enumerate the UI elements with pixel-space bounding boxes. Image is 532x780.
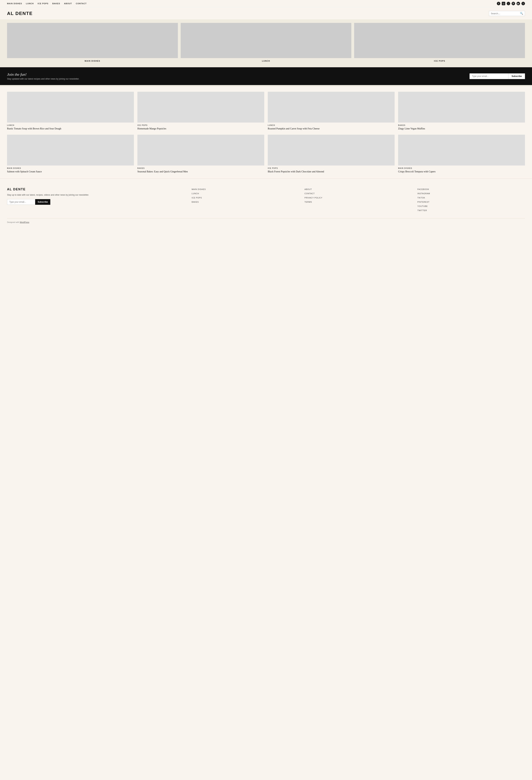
post-card-gingerbread[interactable]: BAKES Seasonal Bakes: Easy and Quick Gin… [138, 135, 264, 174]
hero-card-main-dishes[interactable]: MAIN DISHES [7, 23, 178, 62]
post-image-muffins [398, 92, 525, 123]
post-title-gingerbread: Seasonal Bakes: Easy and Quick Gingerbre… [138, 170, 264, 174]
search-box: 🔍 [489, 11, 525, 16]
post-card-pumpkin-soup[interactable]: LUNCH Roasted Pumpkin and Carrot Soup wi… [268, 92, 394, 131]
newsletter-form: Subscribe [470, 74, 525, 79]
post-card-salmon[interactable]: MAIN DISHES Salmon with Spinach Cream Sa… [7, 135, 134, 174]
site-title: AL DENTE [7, 11, 33, 16]
footer-link-bakes[interactable]: BAKES [192, 201, 199, 203]
footer-link-terms[interactable]: TERMS [305, 201, 312, 203]
posts-section: LUNCH Rustic Tomato Soup with Brown Rice… [0, 87, 532, 179]
post-image-mango-popsicles [138, 92, 264, 123]
post-card-broccoli[interactable]: MAIN DISHES Crispy Broccoli Tempura with… [398, 135, 525, 174]
footer-site-title: AL DENTE [7, 188, 186, 191]
footer-inner: AL DENTE Stay up to date with our latest… [7, 188, 525, 213]
twitter-icon[interactable]: t [522, 2, 525, 5]
post-category-5: BAKES [138, 167, 264, 169]
post-category-0: LUNCH [7, 124, 134, 126]
post-card-muffins[interactable]: BAKES Zingy Lime Vegan Muffins [398, 92, 525, 131]
facebook-icon[interactable]: f [497, 2, 500, 5]
footer-link-privacy[interactable]: PRIVACY POLICY [305, 197, 322, 199]
newsletter-subscribe-button[interactable]: Subscribe [508, 74, 525, 79]
post-image-pumpkin-soup [268, 92, 394, 123]
post-image-black-forest [268, 135, 394, 165]
post-card-black-forest[interactable]: ICE POPS Black Forest Popsicles with Dar… [268, 135, 394, 174]
footer-links-col3: FACEBOOK INSTAGRAM TIKTOK PINTEREST YOUT… [417, 188, 525, 212]
hero-section: MAIN DISHES LUNCH ICE POPS [0, 19, 532, 67]
posts-grid-row1: LUNCH Rustic Tomato Soup with Brown Rice… [7, 92, 525, 131]
footer-link-instagram[interactable]: INSTAGRAM [417, 192, 430, 195]
newsletter-subtext: Stay updated with our latest recipes and… [7, 78, 79, 80]
nav-about[interactable]: ABOUT [64, 2, 72, 5]
nav-ice-pops[interactable]: ICE POPS [38, 2, 49, 5]
hero-image-main-dishes [7, 23, 178, 58]
hero-card-ice-pops[interactable]: ICE POPS [354, 23, 525, 62]
youtube-icon[interactable]: ▶ [517, 2, 520, 5]
footer-bottom: Designed with WordPress [7, 218, 525, 223]
footer-link-facebook[interactable]: FACEBOOK [417, 188, 429, 190]
hero-label-lunch: LUNCH [181, 60, 352, 62]
post-image-gingerbread [138, 135, 264, 165]
post-title-rustic-tomato: Rustic Tomato Soup with Brown Rice and S… [7, 127, 134, 131]
search-input[interactable] [491, 12, 519, 15]
post-category-4: MAIN DISHES [7, 167, 134, 169]
nav-main-dishes[interactable]: MAIN DISHES [7, 2, 22, 5]
footer-link-lunch[interactable]: LUNCH [192, 192, 199, 195]
search-icon: 🔍 [520, 12, 523, 15]
post-card-rustic-tomato[interactable]: LUNCH Rustic Tomato Soup with Brown Rice… [7, 92, 134, 131]
footer-link-twitter[interactable]: TWITTER [417, 209, 427, 211]
footer-link-about[interactable]: ABOUT [305, 188, 312, 190]
footer-email-input[interactable] [7, 199, 35, 205]
newsletter-heading: Join the fun! [7, 72, 79, 77]
post-title-muffins: Zingy Lime Vegan Muffins [398, 127, 525, 131]
footer-link-tiktok[interactable]: TIKTOK [417, 197, 425, 199]
pinterest-icon[interactable]: P [512, 2, 515, 5]
post-image-rustic-tomato [7, 92, 134, 123]
post-category-6: ICE POPS [268, 167, 394, 169]
footer-link-contact[interactable]: CONTACT [305, 192, 315, 195]
footer-wordpress-link[interactable]: WordPress [20, 221, 29, 223]
section-divider [0, 85, 532, 87]
post-title-mango-popsicles: Homemade Mango Popsicles [138, 127, 264, 131]
post-image-broccoli [398, 135, 525, 165]
newsletter-text: Join the fun! Stay updated with our late… [7, 72, 79, 80]
footer-email-form: Subscribe [7, 199, 186, 205]
footer-col-3: FACEBOOK INSTAGRAM TIKTOK PINTEREST YOUT… [417, 188, 525, 213]
nav-contact[interactable]: CONTACT [76, 2, 87, 5]
instagram-icon[interactable]: ◻ [502, 2, 505, 5]
footer-link-main-dishes[interactable]: MAIN DISHES [192, 188, 206, 190]
post-image-salmon [7, 135, 134, 165]
nav-links: MAIN DISHES LUNCH ICE POPS BAKES ABOUT C… [7, 2, 87, 5]
post-category-7: MAIN DISHES [398, 167, 525, 169]
posts-grid-row2: MAIN DISHES Salmon with Spinach Cream Sa… [7, 135, 525, 174]
post-title-salmon: Salmon with Spinach Cream Sauce [7, 170, 134, 174]
footer-link-youtube[interactable]: YOUTUBE [417, 205, 428, 207]
tiktok-icon[interactable]: ♪ [507, 2, 510, 5]
footer-subscribe-button[interactable]: Subscribe [35, 199, 50, 205]
post-card-mango-popsicles[interactable]: ICE POPS Homemade Mango Popsicles [138, 92, 264, 131]
footer-description: Stay up to date with our latest, recipes… [7, 193, 186, 197]
footer-credit: Designed with WordPress [7, 221, 29, 223]
footer-brand: AL DENTE Stay up to date with our latest… [7, 188, 186, 213]
footer-link-pinterest[interactable]: PINTEREST [417, 201, 429, 203]
footer-links-col1: MAIN DISHES LUNCH ICE POPS BAKES [192, 188, 299, 203]
site-header: AL DENTE 🔍 [0, 7, 532, 19]
footer-links-col2: ABOUT CONTACT PRIVACY POLICY TERMS [305, 188, 412, 203]
nav-lunch[interactable]: LUNCH [26, 2, 34, 5]
newsletter-banner: Join the fun! Stay updated with our late… [0, 67, 532, 85]
site-footer: AL DENTE Stay up to date with our latest… [0, 179, 532, 229]
hero-grid: MAIN DISHES LUNCH ICE POPS [7, 23, 525, 62]
post-category-1: ICE POPS [138, 124, 264, 126]
hero-card-lunch[interactable]: LUNCH [181, 23, 352, 62]
post-category-2: LUNCH [268, 124, 394, 126]
post-title-broccoli: Crispy Broccoli Tempura with Capers [398, 170, 525, 174]
newsletter-email-input[interactable] [470, 74, 508, 79]
main-nav: MAIN DISHES LUNCH ICE POPS BAKES ABOUT C… [0, 0, 532, 7]
footer-link-ice-pops[interactable]: ICE POPS [192, 197, 202, 199]
post-title-pumpkin-soup: Roasted Pumpkin and Carrot Soup with Fet… [268, 127, 394, 131]
hero-label-main-dishes: MAIN DISHES [7, 60, 178, 62]
nav-social: f ◻ ♪ P ▶ t [497, 2, 525, 5]
nav-bakes[interactable]: BAKES [52, 2, 60, 5]
hero-image-ice-pops [354, 23, 525, 58]
footer-col-1: MAIN DISHES LUNCH ICE POPS BAKES [192, 188, 299, 213]
